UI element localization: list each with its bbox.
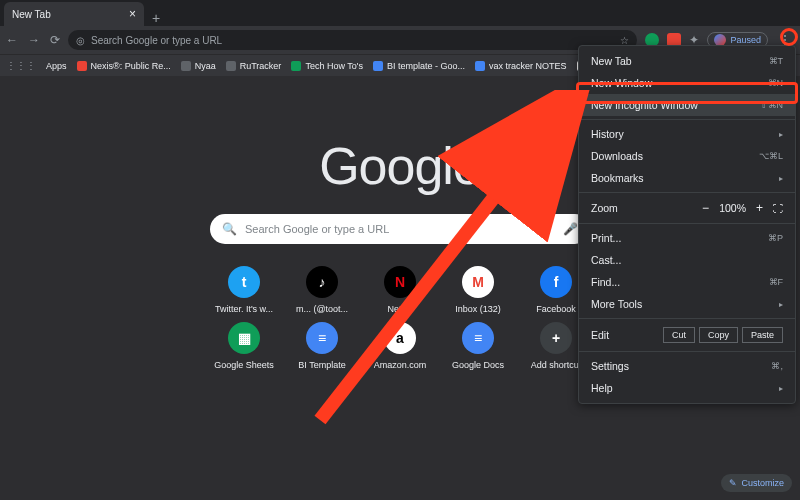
shortcut-icon: f [540,266,572,298]
shortcut-label: Twitter. It's w... [215,304,273,314]
omnibox[interactable]: ◎ Search Google or type a URL ☆ [68,30,637,50]
favicon-icon [475,61,485,71]
chevron-right-icon: ▸ [779,174,783,183]
shortcut-tile[interactable]: ≡BI Template [287,322,357,370]
tab-strip: New Tab × + [0,0,800,26]
tab-title: New Tab [12,9,51,20]
search-placeholder: Search Google or type a URL [245,223,555,235]
cut-button[interactable]: Cut [663,327,695,343]
bookmark-item[interactable]: RuTracker [226,61,282,71]
menu-new-window[interactable]: New Window⌘N [579,72,795,94]
google-logo: Google [319,136,481,196]
favicon-icon [373,61,383,71]
shortcut-icon: N [384,266,416,298]
shortcut-tile[interactable]: tTwitter. It's w... [209,266,279,314]
fullscreen-icon[interactable]: ⛶ [773,203,783,214]
apps-grid-icon[interactable]: ⋮⋮⋮ [6,60,36,71]
shortcut-tile[interactable]: ▦Google Sheets [209,322,279,370]
back-icon[interactable]: ← [6,33,18,47]
shortcut-label: Add shortcut [531,360,582,370]
favicon-icon [77,61,87,71]
bookmark-item[interactable]: Nyaa [181,61,216,71]
shortcut-label: Facebook [536,304,576,314]
menu-print[interactable]: Print...⌘P [579,227,795,249]
menu-separator [579,318,795,319]
bookmark-item[interactable]: Tech How To's [291,61,363,71]
reload-icon[interactable]: ⟳ [50,33,60,47]
zoom-out-button[interactable]: − [702,201,709,215]
copy-button[interactable]: Copy [699,327,738,343]
bookmark-item[interactable]: BI template - Goo... [373,61,465,71]
favicon-icon [226,61,236,71]
search-icon: 🔍 [222,222,237,236]
mic-icon[interactable]: 🎤 [563,222,578,236]
menu-help[interactable]: Help▸ [579,377,795,399]
menu-new-tab[interactable]: New Tab⌘T [579,50,795,72]
shortcut-icon: ▦ [228,322,260,354]
shortcut-icon: ≡ [306,322,338,354]
shortcut-label: Inbox (132) [455,304,501,314]
shortcut-label: Netflix [387,304,412,314]
shortcut-tile[interactable]: NNetflix [365,266,435,314]
chevron-right-icon: ▸ [779,300,783,309]
bookmark-item[interactable]: vax tracker NOTES [475,61,567,71]
omnibox-placeholder: Search Google or type a URL [91,35,614,46]
close-icon[interactable]: × [129,7,136,21]
shortcut-icon: ≡ [462,322,494,354]
browser-tab[interactable]: New Tab × [4,2,144,26]
chrome-menu: New Tab⌘T New Window⌘N New Incognito Win… [578,45,796,404]
menu-edit: Edit Cut Copy Paste [579,322,795,348]
menu-settings[interactable]: Settings⌘, [579,355,795,377]
shortcut-label: m... (@toot... [296,304,348,314]
menu-zoom: Zoom − 100% + ⛶ [579,196,795,220]
menu-cast[interactable]: Cast... [579,249,795,271]
pencil-icon: ✎ [729,478,737,488]
paste-button[interactable]: Paste [742,327,783,343]
new-tab-button[interactable]: + [144,10,168,26]
shortcut-label: BI Template [298,360,345,370]
favicon-icon [181,61,191,71]
chevron-right-icon: ▸ [779,130,783,139]
menu-separator [579,192,795,193]
bookmark-item[interactable]: Nexis®: Public Re... [77,61,171,71]
bookmark-star-icon[interactable]: ☆ [620,35,629,46]
shortcut-icon: M [462,266,494,298]
menu-history[interactable]: History▸ [579,123,795,145]
bookmark-apps[interactable]: Apps [46,61,67,71]
customize-button[interactable]: ✎ Customize [721,474,792,492]
menu-downloads[interactable]: Downloads⌥⌘L [579,145,795,167]
profile-status: Paused [730,35,761,45]
shortcut-tile[interactable]: MInbox (132) [443,266,513,314]
menu-find[interactable]: Find...⌘F [579,271,795,293]
forward-icon[interactable]: → [28,33,40,47]
menu-separator [579,119,795,120]
search-box[interactable]: 🔍 Search Google or type a URL 🎤 [210,214,590,244]
shortcut-label: Google Sheets [214,360,274,370]
shortcut-label: Amazon.com [374,360,427,370]
shortcut-tile[interactable]: aAmazon.com [365,322,435,370]
chevron-right-icon: ▸ [779,384,783,393]
shortcut-tile[interactable]: ≡Google Docs [443,322,513,370]
shortcut-icon: + [540,322,572,354]
menu-more-tools[interactable]: More Tools▸ [579,293,795,315]
shortcut-icon: a [384,322,416,354]
shortcut-tile[interactable]: ♪m... (@toot... [287,266,357,314]
menu-new-incognito[interactable]: New Incognito Window⇧⌘N [579,94,795,116]
favicon-icon [291,61,301,71]
zoom-value: 100% [719,202,746,214]
shortcut-icon: ♪ [306,266,338,298]
shortcuts-grid: tTwitter. It's w...♪m... (@toot...NNetfl… [209,266,591,370]
menu-separator [579,223,795,224]
shortcut-icon: t [228,266,260,298]
menu-bookmarks[interactable]: Bookmarks▸ [579,167,795,189]
shortcut-label: Google Docs [452,360,504,370]
zoom-in-button[interactable]: + [756,201,763,215]
site-info-icon[interactable]: ◎ [76,35,85,46]
menu-separator [579,351,795,352]
